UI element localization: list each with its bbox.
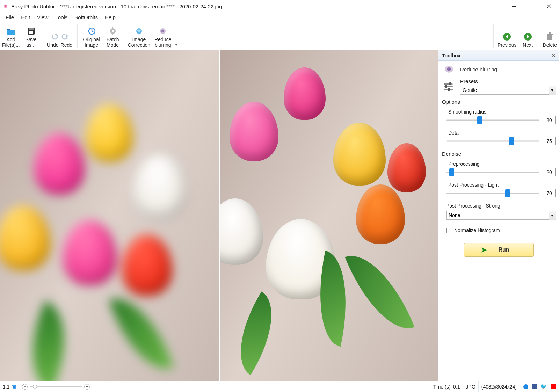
menu-view[interactable]: View (34, 13, 52, 21)
main-area: Toolbox ✕ Reduce blurring Presets ▾ Opti… (0, 50, 559, 381)
toolbar-overflow[interactable]: ▾ (173, 22, 179, 50)
preview-after (220, 50, 438, 381)
window-title: Easy Photo Unblur - ****Unregistered ver… (11, 3, 505, 9)
redo-label[interactable]: Redo (61, 42, 72, 48)
blur-mode-icon (442, 64, 456, 75)
svg-rect-20 (547, 34, 553, 35)
run-arrow-icon: ➤ (481, 246, 487, 254)
presets-label: Presets (460, 78, 556, 84)
svg-rect-1 (512, 6, 516, 7)
postprocessing-strong-label: Post Processing - Strong (446, 203, 556, 209)
toolbox-title: Toolbox (442, 53, 551, 58)
denoise-section-label: Denoise (442, 151, 556, 157)
svg-rect-21 (549, 32, 551, 34)
detail-value[interactable]: 75 (543, 137, 556, 145)
normalize-histogram-checkbox[interactable] (446, 228, 451, 233)
twitter-icon[interactable]: 🐦 (540, 383, 547, 390)
toolbar: AddFile(s)... Saveas... Undo Redo Origin… (0, 22, 559, 50)
svg-rect-31 (445, 85, 447, 88)
status-dimensions: (4032x3024x24) (479, 381, 520, 392)
svg-rect-30 (449, 82, 451, 85)
smoothing-radius-label: Smoothing radius (448, 109, 556, 115)
menu-softorbits[interactable]: SoftOrbits (71, 13, 101, 21)
postprocessing-light-label: Post Processing - Light (448, 182, 556, 188)
blur-circle-icon (159, 26, 167, 37)
svg-point-8 (112, 30, 114, 32)
batch-mode-button[interactable]: BatchMode (104, 22, 122, 50)
fit-screen-icon[interactable]: ▣ (12, 384, 16, 390)
zoom-slider[interactable] (30, 386, 82, 387)
close-button[interactable] (540, 0, 558, 13)
toolbox-close-icon[interactable]: ✕ (551, 52, 557, 59)
status-time: Time (s): 0.1 (430, 381, 463, 392)
clock-back-icon (87, 26, 96, 37)
svg-point-16 (161, 30, 164, 32)
title-bar: Easy Photo Unblur - ****Unregistered ver… (0, 0, 559, 13)
status-bar: 1:1 ▣ − + Time (s): 0.1 JPG (4032x3024x2… (0, 381, 559, 392)
menu-edit[interactable]: Edit (17, 13, 34, 21)
toolbox-header: Toolbox ✕ (438, 50, 559, 61)
svg-rect-28 (444, 86, 453, 87)
preview-before (0, 50, 219, 381)
postprocessing-light-slider[interactable] (446, 190, 539, 197)
detail-label: Detail (448, 130, 556, 136)
normalize-histogram-label: Normalize Histogram (454, 227, 500, 233)
undo-redo-group: Undo Redo (44, 22, 75, 50)
facebook-icon[interactable] (532, 384, 537, 389)
undo-label[interactable]: Undo (47, 42, 58, 48)
zoom-out-button[interactable]: − (22, 384, 28, 390)
status-spacer (93, 381, 430, 392)
gear-icon (109, 26, 117, 37)
menu-file[interactable]: File (2, 13, 17, 21)
undo-icon[interactable] (50, 32, 58, 41)
options-section-label: Options (442, 99, 556, 105)
folder-open-icon (6, 26, 16, 37)
preprocessing-label: Preprocessing (448, 161, 556, 167)
smoothing-radius-slider[interactable] (446, 117, 539, 124)
sparkle-icon (135, 26, 143, 37)
minimize-button[interactable] (505, 0, 523, 13)
image-canvas[interactable] (0, 50, 438, 381)
zoom-in-button[interactable]: + (84, 384, 90, 390)
status-social-icons: 🐦 (520, 381, 559, 392)
image-correction-button[interactable]: ImageCorrection (126, 22, 153, 50)
add-files-button[interactable]: AddFile(s)... (0, 22, 22, 50)
next-button[interactable]: Next (519, 22, 537, 50)
svg-rect-2 (530, 5, 533, 8)
maximize-button[interactable] (523, 0, 540, 13)
save-as-button[interactable]: Saveas... (22, 22, 40, 50)
run-button[interactable]: ➤ Run (464, 243, 534, 257)
presets-select[interactable] (460, 86, 556, 95)
smoothing-radius-value[interactable]: 80 (543, 116, 556, 124)
preprocessing-value[interactable]: 20 (543, 168, 556, 176)
toolbox-panel: Toolbox ✕ Reduce blurring Presets ▾ Opti… (438, 50, 559, 381)
arrow-right-icon (523, 31, 532, 42)
svg-rect-4 (29, 28, 34, 30)
menu-help[interactable]: Help (101, 13, 119, 21)
zoom-controls: − + (19, 381, 93, 392)
reduce-blurring-button[interactable]: Reduceblurring (152, 22, 173, 50)
svg-rect-9 (112, 27, 113, 29)
svg-rect-12 (115, 31, 117, 31)
toolbox-mode-label: Reduce blurring (460, 66, 497, 72)
zoom-ratio[interactable]: 1:1 ▣ (0, 381, 19, 392)
detail-slider[interactable] (446, 138, 539, 145)
postprocessing-light-value[interactable]: 70 (543, 189, 556, 197)
svg-rect-10 (112, 34, 113, 35)
delete-button[interactable]: Delete (541, 22, 559, 50)
svg-rect-27 (444, 83, 453, 85)
status-format: JPG (463, 381, 479, 392)
original-image-button[interactable]: OriginalImage (79, 22, 104, 50)
floppy-disk-icon (27, 26, 35, 37)
svg-rect-32 (448, 88, 450, 91)
redo-icon[interactable] (61, 32, 69, 41)
preprocessing-slider[interactable] (446, 169, 539, 176)
arrow-left-icon (502, 31, 511, 42)
info-icon[interactable] (523, 384, 528, 389)
postprocessing-strong-select[interactable] (446, 211, 556, 220)
previous-button[interactable]: Previous (495, 22, 518, 50)
presets-icon (442, 81, 456, 92)
youtube-icon[interactable] (551, 384, 556, 389)
svg-point-26 (447, 67, 451, 71)
menu-tools[interactable]: Tools (52, 13, 71, 21)
